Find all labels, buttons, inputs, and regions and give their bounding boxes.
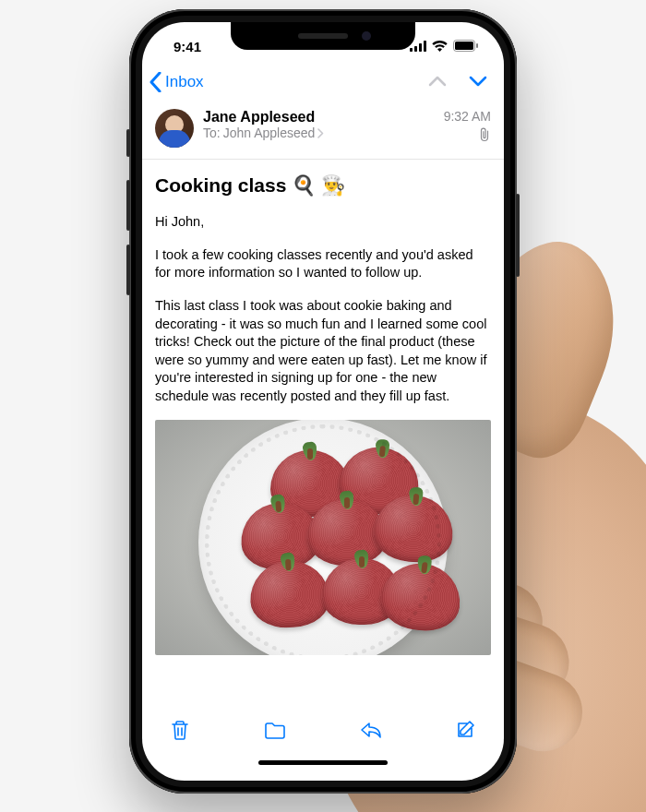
status-time: 9:41 — [173, 39, 201, 54]
email-attachment-image[interactable] — [155, 420, 491, 655]
svg-rect-5 — [455, 42, 473, 50]
screen: 9:41 Inbox — [142, 22, 504, 781]
compose-icon — [454, 719, 478, 741]
email-greeting: Hi John, — [155, 213, 491, 232]
attachment-icon — [478, 127, 491, 146]
home-indicator[interactable] — [258, 760, 388, 765]
back-to-inbox-button[interactable]: Inbox — [150, 72, 204, 92]
plate-of-cookies — [198, 420, 448, 655]
mute-switch — [126, 129, 130, 157]
reply-button[interactable] — [359, 719, 383, 745]
volume-up — [126, 180, 130, 231]
next-message-button[interactable] — [469, 74, 487, 90]
sender-name[interactable]: Jane Appleseed — [203, 109, 435, 125]
wifi-icon — [432, 39, 448, 54]
recipient-name: John Appleseed — [223, 125, 316, 140]
email-paragraph: I took a few cooking classes recently an… — [155, 246, 491, 282]
sender-avatar[interactable] — [155, 109, 194, 148]
trash-icon — [168, 719, 192, 741]
battery-icon — [453, 39, 478, 54]
email-timestamp: 9:32 AM — [444, 109, 491, 124]
previous-message-button[interactable] — [428, 74, 447, 90]
toolbar — [142, 709, 504, 755]
home-indicator-area — [142, 755, 504, 781]
recipient-line[interactable]: To: John Appleseed — [203, 125, 435, 140]
folder-icon — [263, 719, 287, 741]
svg-rect-6 — [476, 43, 478, 48]
move-to-folder-button[interactable] — [263, 719, 287, 745]
email-header: Jane Appleseed To: John Appleseed 9:32 A… — [142, 102, 504, 160]
volume-down — [126, 245, 130, 295]
back-label: Inbox — [165, 73, 204, 91]
email-paragraph: This last class I took was about cookie … — [155, 297, 491, 405]
svg-rect-0 — [410, 48, 413, 52]
notch — [231, 22, 415, 50]
chevron-down-icon — [469, 76, 487, 87]
email-subject: Cooking class 🍳 👨‍🍳 — [155, 173, 491, 198]
chevron-right-icon — [317, 128, 324, 138]
nav-bar: Inbox — [142, 63, 504, 102]
delete-button[interactable] — [168, 719, 192, 745]
power-button — [516, 194, 520, 277]
svg-rect-1 — [414, 46, 417, 52]
chevron-up-icon — [428, 76, 447, 87]
to-label: To: — [203, 125, 221, 140]
iphone-device-frame: 9:41 Inbox — [129, 9, 517, 794]
svg-rect-3 — [424, 41, 426, 52]
email-body[interactable]: Cooking class 🍳 👨‍🍳 Hi John, I took a fe… — [142, 160, 504, 709]
svg-rect-2 — [419, 43, 422, 52]
reply-icon — [359, 719, 383, 741]
chevron-left-icon — [150, 72, 162, 92]
compose-button[interactable] — [454, 719, 478, 745]
